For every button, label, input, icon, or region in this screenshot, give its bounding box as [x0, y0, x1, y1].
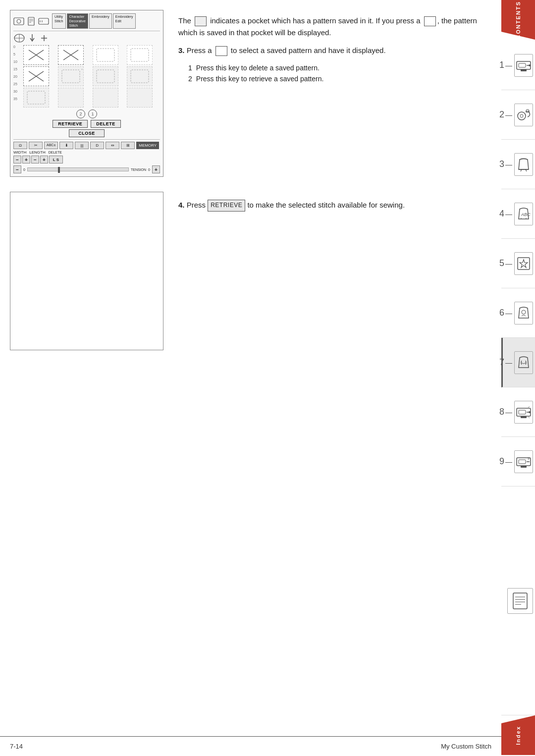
pattern-cell-4[interactable] — [127, 45, 153, 65]
menu-edit[interactable]: EmbroideryEdit — [113, 13, 136, 29]
tension-row: − 0 TENSION 0 + — [13, 165, 160, 173]
svg-rect-48 — [131, 49, 149, 61]
svg-rect-4 — [521, 69, 527, 71]
func-stitch[interactable]: ⊞ — [121, 142, 135, 149]
tab-3[interactable]: 3 — — [501, 140, 535, 189]
machine-icon-2 — [27, 17, 35, 26]
minus-btn-1[interactable]: − — [13, 156, 21, 163]
menu-embroidery[interactable]: Embroidery — [89, 13, 112, 29]
pattern-cell-1[interactable] — [23, 45, 49, 65]
menu-character[interactable]: CharacterDecorativeStitch — [67, 13, 88, 29]
pattern-cell-5[interactable] — [23, 66, 49, 86]
retrieve-button[interactable]: RETRIEVE — [53, 120, 88, 128]
tension-plus[interactable]: + — [152, 165, 160, 173]
retrieve-inline-btn: RETRIEVE — [208, 200, 245, 211]
pattern-grid: ▫ — [23, 45, 160, 108]
pattern-cell-9[interactable] — [23, 88, 49, 108]
footer-page-num: 7-14 — [10, 743, 23, 750]
pattern-cell-7[interactable] — [93, 66, 118, 86]
sub-num-2: 2 — [188, 73, 192, 84]
svg-point-5 — [518, 112, 526, 120]
tab-7[interactable]: 7 — — [501, 338, 535, 387]
plus-btn-1[interactable]: + — [22, 156, 30, 163]
footer: 7-14 My Custom Stitch — [0, 736, 501, 756]
btn-row: RETRIEVE DELETE — [13, 120, 160, 128]
memory-button[interactable]: MEMORY — [136, 142, 159, 149]
menu-utility[interactable]: UtilityStitch — [52, 13, 66, 29]
tab-9-icon: 9 — [514, 450, 533, 473]
sub-text-2: Press this key to retrieve a saved patte… — [196, 73, 324, 84]
func-omega[interactable]: Ω — [13, 142, 27, 149]
control-row: 2 1 — [13, 109, 160, 118]
svg-rect-14 — [519, 410, 526, 414]
pattern-cell-12[interactable] — [127, 88, 153, 108]
sub-item-2: 2 Press this key to retrieve a saved pat… — [188, 73, 486, 84]
tab-2-icon — [514, 104, 533, 126]
machine-icon-1 — [13, 17, 24, 26]
func-lines[interactable]: ||| — [75, 142, 89, 149]
sub-item-1: 1 Press this key to delete a saved patte… — [188, 62, 486, 73]
bottom-controls: Ω ✂ ABC± ⬇ ||| D ⇔ ⊞ MEMORY WIDTH LENGTH… — [13, 139, 160, 173]
close-button[interactable]: CLOSE — [69, 129, 105, 137]
tab-5[interactable]: 5 — — [501, 239, 535, 288]
func-needle[interactable]: ⬇ — [59, 142, 73, 149]
delete-button[interactable]: DELETE — [91, 120, 121, 128]
sub-num-1: 1 — [188, 62, 192, 73]
func-abc[interactable]: ABC± — [44, 142, 58, 149]
tab-9[interactable]: 9 — 9 — [501, 437, 535, 486]
func-d[interactable]: D — [90, 142, 104, 149]
machine-icon-3 — [38, 17, 49, 26]
length-label: LENGTH — [29, 150, 45, 155]
tab-doc[interactable] — [501, 486, 535, 715]
tab-7-icon — [514, 351, 533, 374]
plus-btn-2[interactable]: + — [40, 156, 48, 163]
index-tab[interactable]: Index — [501, 715, 535, 755]
pattern-cell-10[interactable] — [58, 88, 84, 108]
tab-doc-icon — [507, 588, 533, 614]
step-3-container: 3. Press a to select a saved pattern and… — [178, 45, 486, 85]
tension-minus[interactable]: − — [13, 165, 21, 173]
pattern-cell-6[interactable]: ▫ — [58, 66, 84, 86]
pattern-cell-11[interactable] — [93, 88, 118, 108]
svg-rect-1 — [519, 63, 526, 67]
tab-6[interactable]: 6 — — [501, 288, 535, 338]
index-label: Index — [515, 726, 521, 745]
paragraph-1: The indicates a pocket which has a patte… — [178, 15, 486, 39]
top-section: UtilityStitch CharacterDecorativeStitch … — [10, 10, 486, 177]
svg-rect-52 — [97, 70, 114, 83]
contents-tab[interactable]: CONTENTS — [501, 0, 535, 40]
tab-4[interactable]: 4 — ABC — [501, 189, 535, 239]
tab-5-icon — [514, 252, 533, 275]
svg-rect-21 — [521, 466, 527, 468]
circle-2: 2 — [76, 109, 85, 118]
svg-point-12 — [522, 310, 526, 314]
bottom-image-panel — [10, 192, 163, 350]
ls-btn[interactable]: L S — [49, 156, 63, 163]
tab-8-icon — [514, 401, 533, 424]
svg-point-6 — [520, 114, 523, 117]
tab-2[interactable]: 2 — — [501, 90, 535, 140]
svg-point-3 — [529, 64, 531, 66]
func-arrows[interactable]: ⇔ — [106, 142, 119, 149]
machine-top-bar: UtilityStitch CharacterDecorativeStitch … — [13, 13, 160, 31]
width-label: WIDTH — [13, 150, 26, 155]
svg-marker-11 — [520, 260, 528, 268]
func-scissors[interactable]: ✂ — [29, 142, 43, 149]
bottom-section: 4. Press RETRIEVE to make the selected s… — [10, 192, 486, 350]
tab-3-icon — [514, 153, 533, 176]
minus-btn-2[interactable]: − — [31, 156, 39, 163]
display-area: 0 5 10 15 20 25 30 35 — [13, 45, 160, 108]
tension-val: 0 — [148, 168, 150, 171]
close-row: CLOSE — [13, 129, 160, 137]
pattern-cell-2[interactable] — [58, 45, 84, 65]
width-length-row: WIDTH LENGTH DELETE — [13, 150, 160, 155]
step-4-text: 4. Press RETRIEVE to make the selected s… — [178, 199, 486, 212]
tab-6-icon — [514, 302, 533, 324]
pattern-cell-8[interactable] — [127, 66, 153, 86]
tab-8[interactable]: 8 — — [501, 387, 535, 437]
pattern-cell-3[interactable] — [93, 45, 118, 65]
svg-rect-28 — [14, 18, 24, 25]
tab-4-icon: ABC — [514, 203, 533, 225]
tab-1[interactable]: 1 — — [501, 41, 535, 90]
svg-rect-30 — [28, 17, 34, 25]
